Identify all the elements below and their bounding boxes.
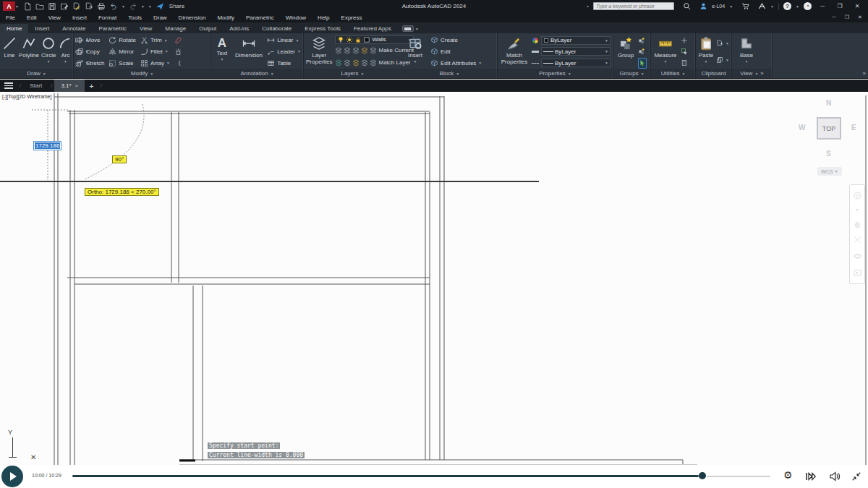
layer-thaw-all-icon[interactable] — [344, 59, 351, 67]
new-drawing-icon[interactable] — [23, 2, 32, 11]
ribbon-tab-output[interactable]: Output — [192, 24, 223, 33]
zoom-extents-icon[interactable] — [853, 235, 862, 244]
new-tab-button[interactable]: + — [85, 82, 98, 90]
menu-edit[interactable]: Edit — [21, 14, 43, 21]
object-color-dropdown[interactable]: ByLayer▼ — [541, 36, 610, 45]
layer-thaw-sun-icon[interactable] — [346, 36, 353, 43]
layer-unisolate-icon[interactable] — [335, 59, 342, 67]
cut-button[interactable]: ▼ — [716, 38, 729, 48]
file-tab-menu-icon[interactable] — [0, 80, 17, 92]
linetype-dropdown[interactable]: ByLayer▼ — [541, 59, 610, 67]
show-motion-icon[interactable] — [853, 268, 862, 278]
fillet-button[interactable]: Fillet▼ — [140, 46, 170, 57]
user-caret-icon[interactable]: ▼ — [729, 4, 733, 9]
panel-label-properties[interactable]: Properties▼» — [498, 69, 613, 78]
linear-button[interactable]: Linear▼ — [267, 35, 301, 46]
restore-button[interactable]: ❐ — [833, 3, 846, 9]
undo-caret-icon[interactable]: ▼ — [122, 4, 125, 9]
viewcube-east[interactable]: E — [851, 124, 856, 132]
menu-insert[interactable]: Insert — [67, 14, 93, 21]
ribbon-tab-insert[interactable]: Insert — [28, 24, 56, 33]
viewport-controls[interactable]: [-][Top][2D Wireframe] — [2, 94, 51, 99]
viewcube-west[interactable]: W — [799, 124, 805, 132]
layer-on-bulb-icon[interactable] — [337, 36, 344, 43]
progress-playhead[interactable] — [699, 472, 706, 479]
dimension-button[interactable]: Dimension — [234, 35, 263, 69]
playback-speed-icon[interactable] — [805, 471, 817, 482]
block-edit-button[interactable]: Edit — [430, 46, 482, 57]
rotate-button[interactable]: Rotate — [109, 35, 136, 46]
panel-label-view[interactable]: View▼» — [732, 69, 772, 78]
save-icon[interactable] — [48, 2, 56, 11]
doc-minimize-button[interactable]: ─ — [829, 14, 839, 20]
group-edit-button[interactable] — [638, 46, 647, 57]
navbar-caret-icon[interactable]: ▼ — [856, 207, 859, 212]
layer-off-icon[interactable] — [352, 47, 359, 54]
explode-button[interactable] — [174, 46, 182, 57]
dynamic-input-field[interactable]: 1729.186 — [33, 141, 61, 150]
user-icon[interactable] — [699, 2, 707, 10]
ribbon-tab-annotate[interactable]: Annotate — [56, 24, 92, 33]
table-button[interactable]: Table — [267, 58, 301, 69]
volume-icon[interactable] — [829, 471, 841, 482]
help-caret-icon[interactable]: ▼ — [796, 4, 799, 9]
panel-label-block[interactable]: Block▼ — [402, 69, 497, 78]
panel-label-draw[interactable]: Draw▼ — [0, 69, 73, 78]
minimize-button[interactable]: ─ — [816, 3, 829, 9]
layer-lock-icon[interactable] — [361, 47, 368, 54]
menu-draw[interactable]: Draw — [148, 14, 173, 21]
share-icon[interactable] — [156, 2, 164, 11]
ribbon-tab-add-ins[interactable]: Add-ins — [223, 24, 255, 33]
redo-caret-icon[interactable]: ▼ — [141, 4, 145, 9]
exit-fullscreen-icon[interactable] — [851, 471, 861, 481]
print-icon[interactable] — [97, 2, 106, 11]
autodesk-caret-icon[interactable]: ▼ — [770, 4, 774, 9]
app-store-cart-icon[interactable] — [741, 2, 749, 10]
erase-button[interactable] — [174, 35, 182, 46]
progress-bar-played[interactable] — [72, 475, 699, 477]
viewcube-top-face[interactable]: TOP — [817, 117, 841, 140]
plot-icon[interactable] — [72, 2, 81, 11]
ribbon-tab-collaborate[interactable]: Collaborate — [255, 24, 298, 33]
menu-tools[interactable]: Tools — [122, 14, 148, 21]
search-input[interactable] — [593, 2, 674, 10]
viewcube-north[interactable]: N — [826, 99, 831, 107]
panel-label-utilities[interactable]: Utilities▼ — [651, 69, 695, 78]
lineweight-dropdown[interactable]: ByLayer▼ — [541, 47, 610, 56]
ribbon-tab-featured-apps[interactable]: Featured Apps — [347, 24, 398, 33]
match-layer-icon[interactable] — [370, 59, 377, 67]
pan-icon[interactable] — [853, 219, 862, 228]
share-button[interactable]: Share — [169, 3, 184, 9]
close-button[interactable]: ✕ — [851, 3, 864, 9]
menu-modify[interactable]: Modify — [211, 14, 240, 21]
layer-properties-button[interactable]: Layer Properties — [306, 35, 332, 69]
redo-icon[interactable] — [129, 2, 137, 11]
panel-label-groups[interactable]: Groups▼ — [613, 69, 650, 78]
circle-button[interactable]: Circle▼ — [41, 35, 56, 69]
menu-view[interactable]: View — [43, 14, 67, 21]
menu-file[interactable]: File — [0, 14, 21, 21]
autodesk-mark-icon[interactable] — [758, 2, 766, 10]
block-create-button[interactable]: Create — [430, 35, 482, 46]
app-logo[interactable]: A — [3, 1, 15, 11]
layer-isolate-icon[interactable] — [335, 47, 342, 54]
search-expand-caret-icon[interactable]: ‣ — [587, 4, 589, 9]
layer-on-all-icon[interactable] — [352, 59, 359, 67]
stretch-button[interactable]: Stretch — [76, 58, 104, 69]
settings-gear-icon[interactable]: ⚙ — [783, 469, 793, 481]
move-button[interactable]: Move — [76, 35, 104, 46]
ribbon-tab-parametric[interactable]: Parametric — [92, 24, 133, 33]
menu-dimension[interactable]: Dimension — [173, 14, 212, 21]
undo-icon[interactable] — [109, 2, 118, 11]
panel-label-clipboard[interactable]: Clipboard — [696, 69, 731, 78]
menu-window[interactable]: Window — [280, 14, 312, 21]
edit-attributes-button[interactable]: Edit Attributes▼ — [430, 58, 482, 69]
quick-calc-button[interactable] — [681, 58, 688, 69]
play-button[interactable] — [1, 466, 23, 487]
drawing-canvas[interactable]: [-][Top][2D Wireframe] 1729.186 90° Orth… — [0, 92, 868, 488]
doc-restore-button[interactable]: ❐ — [842, 14, 852, 20]
ribbon-tab-view[interactable]: View — [133, 24, 158, 33]
panel-label-layers[interactable]: Layers▼ — [304, 69, 401, 78]
match-properties-button[interactable]: Match Properties — [500, 35, 529, 69]
text-button[interactable]: AText▼ — [213, 35, 231, 69]
